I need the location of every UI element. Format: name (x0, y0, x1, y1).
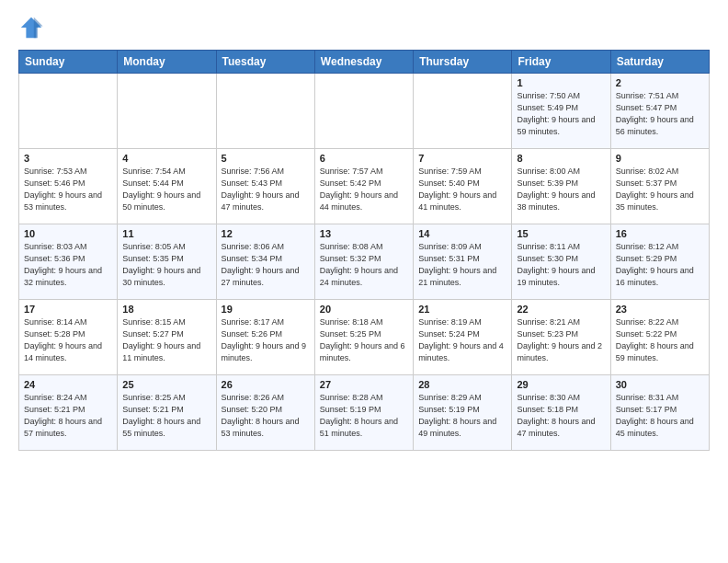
day-cell: 14Sunrise: 8:09 AM Sunset: 5:31 PM Dayli… (414, 224, 512, 300)
day-number: 9 (616, 153, 704, 164)
day-info: Sunrise: 8:26 AM Sunset: 5:20 PM Dayligh… (222, 392, 310, 440)
day-cell: 3Sunrise: 7:53 AM Sunset: 5:46 PM Daylig… (19, 149, 118, 224)
day-number: 8 (517, 153, 605, 164)
day-cell: 21Sunrise: 8:19 AM Sunset: 5:24 PM Dayli… (414, 300, 512, 375)
day-number: 19 (222, 304, 310, 315)
day-info: Sunrise: 8:31 AM Sunset: 5:17 PM Dayligh… (616, 392, 704, 440)
day-number: 26 (222, 379, 310, 390)
day-info: Sunrise: 8:08 AM Sunset: 5:32 PM Dayligh… (320, 241, 408, 289)
day-info: Sunrise: 8:29 AM Sunset: 5:19 PM Dayligh… (418, 392, 506, 440)
day-number: 28 (418, 379, 506, 390)
day-info: Sunrise: 8:15 AM Sunset: 5:27 PM Dayligh… (122, 316, 210, 364)
day-cell: 24Sunrise: 8:24 AM Sunset: 5:21 PM Dayli… (19, 375, 118, 451)
calendar-table: SundayMondayTuesdayWednesdayThursdayFrid… (18, 50, 710, 451)
header (18, 15, 710, 40)
day-info: Sunrise: 8:11 AM Sunset: 5:30 PM Dayligh… (517, 241, 605, 289)
day-info: Sunrise: 8:24 AM Sunset: 5:21 PM Dayligh… (24, 392, 112, 440)
day-cell: 26Sunrise: 8:26 AM Sunset: 5:20 PM Dayli… (216, 375, 314, 451)
day-cell (314, 74, 413, 149)
day-number: 30 (616, 379, 704, 390)
day-number: 14 (418, 228, 506, 239)
day-info: Sunrise: 7:50 AM Sunset: 5:49 PM Dayligh… (517, 90, 605, 138)
day-cell: 16Sunrise: 8:12 AM Sunset: 5:29 PM Dayli… (610, 224, 709, 300)
day-number: 23 (616, 304, 704, 315)
day-cell: 18Sunrise: 8:15 AM Sunset: 5:27 PM Dayli… (118, 300, 216, 375)
day-cell: 9Sunrise: 8:02 AM Sunset: 5:37 PM Daylig… (610, 149, 709, 224)
day-cell: 1Sunrise: 7:50 AM Sunset: 5:49 PM Daylig… (512, 74, 610, 149)
day-info: Sunrise: 7:54 AM Sunset: 5:44 PM Dayligh… (122, 166, 210, 213)
day-info: Sunrise: 7:51 AM Sunset: 5:47 PM Dayligh… (616, 90, 704, 138)
week-row-3: 10Sunrise: 8:03 AM Sunset: 5:36 PM Dayli… (19, 224, 710, 300)
day-cell: 12Sunrise: 8:06 AM Sunset: 5:34 PM Dayli… (216, 224, 314, 300)
day-info: Sunrise: 8:21 AM Sunset: 5:23 PM Dayligh… (517, 316, 605, 364)
header-cell-tuesday: Tuesday (216, 51, 314, 74)
week-row-2: 3Sunrise: 7:53 AM Sunset: 5:46 PM Daylig… (19, 149, 710, 224)
day-number: 18 (122, 304, 210, 315)
day-number: 4 (122, 153, 210, 164)
day-info: Sunrise: 8:17 AM Sunset: 5:26 PM Dayligh… (222, 316, 310, 364)
header-cell-thursday: Thursday (414, 51, 512, 74)
day-cell: 7Sunrise: 7:59 AM Sunset: 5:40 PM Daylig… (414, 149, 512, 224)
day-cell: 17Sunrise: 8:14 AM Sunset: 5:28 PM Dayli… (19, 300, 118, 375)
day-cell (19, 74, 118, 149)
day-cell: 29Sunrise: 8:30 AM Sunset: 5:18 PM Dayli… (512, 375, 610, 451)
day-cell: 4Sunrise: 7:54 AM Sunset: 5:44 PM Daylig… (118, 149, 216, 224)
day-info: Sunrise: 8:09 AM Sunset: 5:31 PM Dayligh… (418, 241, 506, 289)
day-number: 27 (320, 379, 408, 390)
header-row: SundayMondayTuesdayWednesdayThursdayFrid… (19, 51, 710, 74)
day-info: Sunrise: 8:00 AM Sunset: 5:39 PM Dayligh… (517, 166, 605, 213)
day-cell: 30Sunrise: 8:31 AM Sunset: 5:17 PM Dayli… (610, 375, 709, 451)
day-cell: 25Sunrise: 8:25 AM Sunset: 5:21 PM Dayli… (118, 375, 216, 451)
week-row-1: 1Sunrise: 7:50 AM Sunset: 5:49 PM Daylig… (19, 74, 710, 149)
day-info: Sunrise: 7:56 AM Sunset: 5:43 PM Dayligh… (222, 166, 310, 213)
day-number: 16 (616, 228, 704, 239)
logo (18, 15, 48, 40)
week-row-5: 24Sunrise: 8:24 AM Sunset: 5:21 PM Dayli… (19, 375, 710, 451)
day-cell: 22Sunrise: 8:21 AM Sunset: 5:23 PM Dayli… (512, 300, 610, 375)
day-number: 11 (122, 228, 210, 239)
calendar-header: SundayMondayTuesdayWednesdayThursdayFrid… (19, 51, 710, 74)
page: SundayMondayTuesdayWednesdayThursdayFrid… (0, 0, 728, 460)
day-cell: 2Sunrise: 7:51 AM Sunset: 5:47 PM Daylig… (610, 74, 709, 149)
day-number: 7 (418, 153, 506, 164)
logo-icon (18, 15, 44, 40)
header-cell-monday: Monday (118, 51, 216, 74)
day-cell: 11Sunrise: 8:05 AM Sunset: 5:35 PM Dayli… (118, 224, 216, 300)
day-cell: 15Sunrise: 8:11 AM Sunset: 5:30 PM Dayli… (512, 224, 610, 300)
week-row-4: 17Sunrise: 8:14 AM Sunset: 5:28 PM Dayli… (19, 300, 710, 375)
day-info: Sunrise: 7:59 AM Sunset: 5:40 PM Dayligh… (418, 166, 506, 213)
day-info: Sunrise: 8:06 AM Sunset: 5:34 PM Dayligh… (222, 241, 310, 289)
header-cell-sunday: Sunday (19, 51, 118, 74)
day-cell: 27Sunrise: 8:28 AM Sunset: 5:19 PM Dayli… (314, 375, 413, 451)
day-info: Sunrise: 8:28 AM Sunset: 5:19 PM Dayligh… (320, 392, 408, 440)
day-info: Sunrise: 8:12 AM Sunset: 5:29 PM Dayligh… (616, 241, 704, 289)
day-number: 17 (24, 304, 112, 315)
day-number: 20 (320, 304, 408, 315)
day-number: 24 (24, 379, 112, 390)
day-cell: 19Sunrise: 8:17 AM Sunset: 5:26 PM Dayli… (216, 300, 314, 375)
day-number: 10 (24, 228, 112, 239)
day-info: Sunrise: 8:25 AM Sunset: 5:21 PM Dayligh… (122, 392, 210, 440)
day-number: 6 (320, 153, 408, 164)
day-cell (118, 74, 216, 149)
day-info: Sunrise: 8:22 AM Sunset: 5:22 PM Dayligh… (616, 316, 704, 364)
header-cell-wednesday: Wednesday (314, 51, 413, 74)
day-cell: 28Sunrise: 8:29 AM Sunset: 5:19 PM Dayli… (414, 375, 512, 451)
day-cell (414, 74, 512, 149)
day-cell: 23Sunrise: 8:22 AM Sunset: 5:22 PM Dayli… (610, 300, 709, 375)
day-number: 12 (222, 228, 310, 239)
day-number: 2 (616, 77, 704, 88)
svg-marker-0 (21, 17, 41, 38)
day-info: Sunrise: 8:03 AM Sunset: 5:36 PM Dayligh… (24, 241, 112, 289)
day-info: Sunrise: 8:30 AM Sunset: 5:18 PM Dayligh… (517, 392, 605, 440)
day-info: Sunrise: 8:02 AM Sunset: 5:37 PM Dayligh… (616, 166, 704, 213)
day-cell (216, 74, 314, 149)
day-info: Sunrise: 8:05 AM Sunset: 5:35 PM Dayligh… (122, 241, 210, 289)
header-cell-saturday: Saturday (610, 51, 709, 74)
day-number: 29 (517, 379, 605, 390)
day-cell: 10Sunrise: 8:03 AM Sunset: 5:36 PM Dayli… (19, 224, 118, 300)
day-number: 1 (517, 77, 605, 88)
day-cell: 8Sunrise: 8:00 AM Sunset: 5:39 PM Daylig… (512, 149, 610, 224)
day-number: 22 (517, 304, 605, 315)
day-cell: 13Sunrise: 8:08 AM Sunset: 5:32 PM Dayli… (314, 224, 413, 300)
